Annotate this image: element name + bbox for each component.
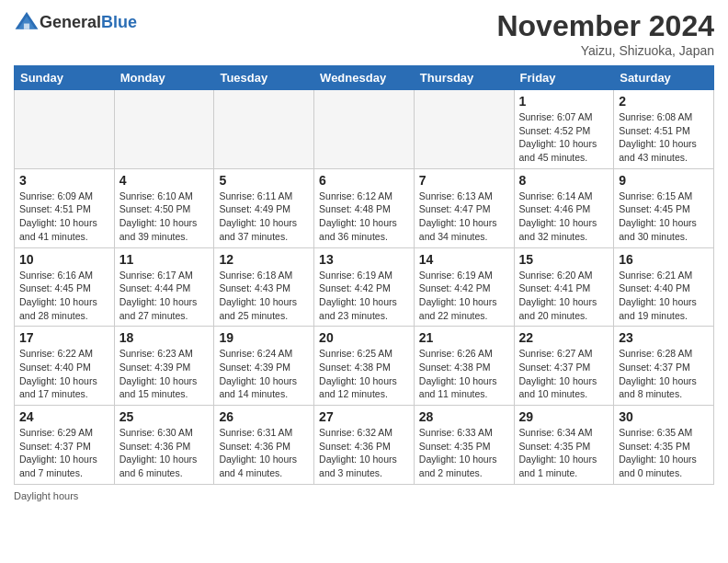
day-info: Sunrise: 6:28 AM Sunset: 4:37 PM Dayligh… [619, 347, 709, 401]
logo-blue: Blue [101, 13, 137, 31]
day-info: Sunrise: 6:25 AM Sunset: 4:38 PM Dayligh… [319, 347, 409, 401]
day-number: 30 [619, 409, 709, 424]
day-info: Sunrise: 6:07 AM Sunset: 4:52 PM Dayligh… [519, 110, 609, 165]
logo: GeneralBlue [14, 9, 137, 35]
svg-rect-2 [24, 24, 29, 29]
table-row [15, 90, 115, 169]
table-row: 5Sunrise: 6:11 AM Sunset: 4:49 PM Daylig… [214, 168, 314, 247]
day-info: Sunrise: 6:13 AM Sunset: 4:47 PM Dayligh… [419, 190, 509, 244]
th-thursday: Thursday [414, 66, 514, 90]
day-info: Sunrise: 6:17 AM Sunset: 4:44 PM Dayligh… [119, 269, 210, 323]
th-sunday: Sunday [15, 66, 115, 90]
table-row: 24Sunrise: 6:29 AM Sunset: 4:37 PM Dayli… [15, 406, 115, 485]
th-friday: Friday [514, 66, 614, 90]
logo-icon [14, 9, 40, 35]
day-info: Sunrise: 6:27 AM Sunset: 4:37 PM Dayligh… [519, 347, 609, 401]
table-row: 9Sunrise: 6:15 AM Sunset: 4:45 PM Daylig… [614, 168, 714, 247]
day-number: 16 [619, 252, 709, 267]
day-info: Sunrise: 6:16 AM Sunset: 4:45 PM Dayligh… [19, 269, 109, 323]
day-number: 2 [619, 94, 709, 109]
table-row: 13Sunrise: 6:19 AM Sunset: 4:42 PM Dayli… [314, 247, 415, 327]
table-row: 11Sunrise: 6:17 AM Sunset: 4:44 PM Dayli… [114, 247, 214, 327]
table-row: 7Sunrise: 6:13 AM Sunset: 4:47 PM Daylig… [414, 168, 514, 247]
day-number: 27 [319, 409, 409, 424]
day-number: 24 [19, 409, 109, 424]
day-info: Sunrise: 6:34 AM Sunset: 4:35 PM Dayligh… [519, 426, 609, 480]
day-info: Sunrise: 6:18 AM Sunset: 4:43 PM Dayligh… [219, 269, 309, 323]
footer-note: Daylight hours [14, 490, 714, 501]
day-number: 4 [119, 173, 210, 188]
table-row: 3Sunrise: 6:09 AM Sunset: 4:51 PM Daylig… [15, 168, 115, 247]
day-info: Sunrise: 6:32 AM Sunset: 4:36 PM Dayligh… [319, 426, 409, 480]
day-number: 8 [519, 173, 609, 188]
day-info: Sunrise: 6:22 AM Sunset: 4:40 PM Dayligh… [19, 347, 109, 401]
table-row: 29Sunrise: 6:34 AM Sunset: 4:35 PM Dayli… [514, 406, 614, 485]
th-saturday: Saturday [614, 66, 714, 90]
table-row [214, 90, 314, 169]
title-area: November 2024 Yaizu, Shizuoka, Japan [496, 9, 714, 58]
table-row: 20Sunrise: 6:25 AM Sunset: 4:38 PM Dayli… [314, 327, 415, 406]
day-number: 25 [119, 409, 210, 424]
day-number: 7 [419, 173, 509, 188]
table-row: 15Sunrise: 6:20 AM Sunset: 4:41 PM Dayli… [514, 247, 614, 327]
day-info: Sunrise: 6:30 AM Sunset: 4:36 PM Dayligh… [119, 426, 210, 480]
day-info: Sunrise: 6:11 AM Sunset: 4:49 PM Dayligh… [219, 190, 309, 244]
day-info: Sunrise: 6:10 AM Sunset: 4:50 PM Dayligh… [119, 190, 210, 244]
table-row: 18Sunrise: 6:23 AM Sunset: 4:39 PM Dayli… [114, 327, 214, 406]
table-row: 10Sunrise: 6:16 AM Sunset: 4:45 PM Dayli… [15, 247, 115, 327]
calendar-table: Sunday Monday Tuesday Wednesday Thursday… [14, 65, 714, 485]
day-number: 13 [319, 252, 409, 267]
calendar-week-row: 3Sunrise: 6:09 AM Sunset: 4:51 PM Daylig… [15, 168, 714, 247]
day-info: Sunrise: 6:19 AM Sunset: 4:42 PM Dayligh… [419, 269, 509, 323]
day-info: Sunrise: 6:24 AM Sunset: 4:39 PM Dayligh… [219, 347, 309, 401]
table-row: 19Sunrise: 6:24 AM Sunset: 4:39 PM Dayli… [214, 327, 314, 406]
day-number: 12 [219, 252, 309, 267]
day-number: 28 [419, 409, 509, 424]
table-row: 14Sunrise: 6:19 AM Sunset: 4:42 PM Dayli… [414, 247, 514, 327]
table-row: 27Sunrise: 6:32 AM Sunset: 4:36 PM Dayli… [314, 406, 415, 485]
table-row: 23Sunrise: 6:28 AM Sunset: 4:37 PM Dayli… [614, 327, 714, 406]
day-number: 11 [119, 252, 210, 267]
day-number: 18 [119, 330, 210, 345]
calendar-week-row: 1Sunrise: 6:07 AM Sunset: 4:52 PM Daylig… [15, 90, 714, 169]
day-number: 29 [519, 409, 609, 424]
day-info: Sunrise: 6:35 AM Sunset: 4:35 PM Dayligh… [619, 426, 709, 480]
table-row: 26Sunrise: 6:31 AM Sunset: 4:36 PM Dayli… [214, 406, 314, 485]
daylight-hours-label: Daylight hours [14, 490, 78, 501]
table-row: 8Sunrise: 6:14 AM Sunset: 4:46 PM Daylig… [514, 168, 614, 247]
day-info: Sunrise: 6:12 AM Sunset: 4:48 PM Dayligh… [319, 190, 409, 244]
day-number: 10 [19, 252, 109, 267]
day-info: Sunrise: 6:31 AM Sunset: 4:36 PM Dayligh… [219, 426, 309, 480]
day-number: 21 [419, 330, 509, 345]
calendar-week-row: 10Sunrise: 6:16 AM Sunset: 4:45 PM Dayli… [15, 247, 714, 327]
calendar-week-row: 17Sunrise: 6:22 AM Sunset: 4:40 PM Dayli… [15, 327, 714, 406]
day-number: 6 [319, 173, 409, 188]
header: GeneralBlue November 2024 Yaizu, Shizuok… [14, 9, 714, 58]
day-number: 9 [619, 173, 709, 188]
th-wednesday: Wednesday [314, 66, 415, 90]
day-info: Sunrise: 6:15 AM Sunset: 4:45 PM Dayligh… [619, 190, 709, 244]
day-number: 20 [319, 330, 409, 345]
day-info: Sunrise: 6:29 AM Sunset: 4:37 PM Dayligh… [19, 426, 109, 480]
day-number: 26 [219, 409, 309, 424]
table-row: 21Sunrise: 6:26 AM Sunset: 4:38 PM Dayli… [414, 327, 514, 406]
table-row: 28Sunrise: 6:33 AM Sunset: 4:35 PM Dayli… [414, 406, 514, 485]
table-row [114, 90, 214, 169]
table-row [314, 90, 415, 169]
day-number: 5 [219, 173, 309, 188]
logo-general: General [40, 13, 101, 31]
day-number: 3 [19, 173, 109, 188]
table-row: 6Sunrise: 6:12 AM Sunset: 4:48 PM Daylig… [314, 168, 415, 247]
day-number: 23 [619, 330, 709, 345]
day-number: 15 [519, 252, 609, 267]
day-info: Sunrise: 6:33 AM Sunset: 4:35 PM Dayligh… [419, 426, 509, 480]
table-row: 22Sunrise: 6:27 AM Sunset: 4:37 PM Dayli… [514, 327, 614, 406]
table-row [414, 90, 514, 169]
day-number: 14 [419, 252, 509, 267]
day-info: Sunrise: 6:08 AM Sunset: 4:51 PM Dayligh… [619, 110, 709, 165]
day-info: Sunrise: 6:26 AM Sunset: 4:38 PM Dayligh… [419, 347, 509, 401]
weekday-header-row: Sunday Monday Tuesday Wednesday Thursday… [15, 66, 714, 90]
table-row: 12Sunrise: 6:18 AM Sunset: 4:43 PM Dayli… [214, 247, 314, 327]
day-info: Sunrise: 6:23 AM Sunset: 4:39 PM Dayligh… [119, 347, 210, 401]
table-row: 17Sunrise: 6:22 AM Sunset: 4:40 PM Dayli… [15, 327, 115, 406]
